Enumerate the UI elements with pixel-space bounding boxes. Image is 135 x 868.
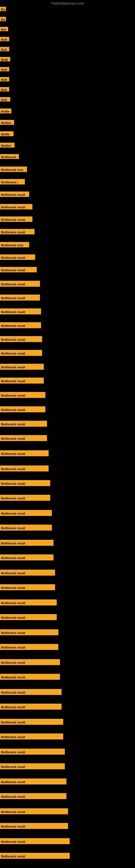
bottleneck-label-34: Bottleneck result <box>0 406 45 412</box>
bottleneck-label-61: Bottleneck result <box>0 808 68 814</box>
bottleneck-label-9: Bott <box>0 87 9 91</box>
bottleneck-label-47: Bottleneck result <box>0 599 57 606</box>
bottleneck-label-35: Bottleneck result <box>0 421 47 427</box>
bottleneck-label-32: Bottleneck result <box>0 378 44 383</box>
bottleneck-label-40: Bottleneck result <box>0 495 50 501</box>
bottleneck-label-48: Bottleneck result <box>0 614 57 620</box>
bottleneck-label-46: Bottleneck result <box>0 584 55 590</box>
site-title: TheBottlenecker.com <box>51 1 84 5</box>
bottleneck-label-3: Bot <box>0 27 8 31</box>
bottleneck-label-27: Bottleneck result <box>0 308 41 314</box>
bottleneck-label-6: Bottl <box>0 57 10 61</box>
bottleneck-label-44: Bottleneck result <box>0 554 53 560</box>
bottleneck-label-8: Bott <box>0 77 9 82</box>
bottleneck-label-33: Bottleneck result <box>0 392 45 398</box>
bottleneck-label-41: Bottleneck result <box>0 510 52 516</box>
bottleneck-label-20: Bottleneck result <box>0 216 32 222</box>
bottleneck-label-21: Bottleneck result <box>0 229 35 235</box>
bottleneck-label-17: Bottleneck r <box>0 179 25 184</box>
bottleneck-label-56: Bottleneck result <box>0 734 63 739</box>
bottleneck-label-39: Bottleneck result <box>0 480 50 486</box>
bottleneck-label-53: Bottleneck result <box>0 689 61 695</box>
bottleneck-label-45: Bottleneck result <box>0 569 55 576</box>
bottleneck-label-62: Bottleneck result <box>0 823 68 829</box>
bottleneck-label-64: Bottleneck result <box>0 853 70 859</box>
bottleneck-label-54: Bottleneck result <box>0 704 61 710</box>
bottleneck-label-60: Bottleneck result <box>0 793 66 799</box>
bottleneck-label-50: Bottleneck result <box>0 644 58 650</box>
bottleneck-label-24: Bottleneck result <box>0 267 37 272</box>
bottleneck-label-2: Bo <box>0 17 6 21</box>
bottleneck-label-13: Bottle <box>0 131 13 136</box>
bottleneck-label-51: Bottleneck result <box>0 659 60 665</box>
bottleneck-label-49: Bottleneck result <box>0 629 58 635</box>
bottleneck-label-22: Bottleneck resu <box>0 242 29 247</box>
bottleneck-label-37: Bottleneck result <box>0 450 49 456</box>
bottleneck-label-7: Bott <box>0 67 9 71</box>
bottleneck-label-12: Bottlen <box>0 120 14 125</box>
bottleneck-label-63: Bottleneck result <box>0 838 70 844</box>
bottleneck-label-5: Bott <box>0 47 9 51</box>
bottleneck-label-59: Bottleneck result <box>0 778 66 784</box>
bottleneck-label-43: Bottleneck result <box>0 540 53 546</box>
bottleneck-label-31: Bottleneck result <box>0 364 44 370</box>
bottleneck-label-19: Bottleneck result <box>0 204 32 209</box>
bottleneck-label-18: Bottleneck result <box>0 191 29 197</box>
bottleneck-label-26: Bottleneck result <box>0 294 40 301</box>
bottleneck-label-58: Bottleneck result <box>0 763 65 769</box>
bottleneck-label-52: Bottleneck result <box>0 674 60 680</box>
bottleneck-label-57: Bottleneck result <box>0 749 65 755</box>
bottleneck-label-10: Bott <box>0 97 10 101</box>
bottleneck-label-28: Bottleneck result <box>0 322 41 328</box>
bottleneck-label-16: Bottleneck resu <box>0 166 27 172</box>
bottleneck-label-36: Bottleneck result <box>0 435 47 441</box>
bottleneck-label-14: Bottlen <box>0 143 14 148</box>
bottleneck-label-25: Bottleneck result <box>0 281 40 287</box>
bottleneck-label-30: Bottleneck result <box>0 350 42 356</box>
bottleneck-label-15: Bottleneck <box>0 154 19 159</box>
bottleneck-label-1: Bo <box>0 7 6 11</box>
bottleneck-label-11: Bottle <box>0 108 11 113</box>
bottleneck-label-42: Bottleneck result <box>0 525 52 531</box>
bottleneck-label-29: Bottleneck result <box>0 336 42 342</box>
bottleneck-label-4: Bott <box>0 37 9 41</box>
bottleneck-label-23: Bottleneck result <box>0 254 35 260</box>
bottleneck-label-55: Bottleneck result <box>0 719 63 725</box>
bottleneck-label-38: Bottleneck result <box>0 465 49 471</box>
